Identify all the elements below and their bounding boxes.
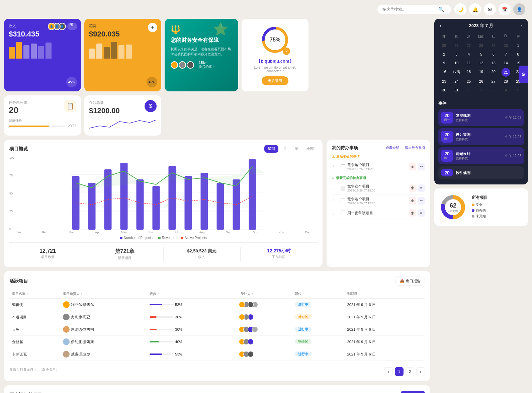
- cal-day[interactable]: 5: [475, 50, 487, 58]
- cal-day[interactable]: 29: [487, 42, 499, 50]
- mail-icon[interactable]: ✉: [484, 3, 496, 15]
- todo-edit-2[interactable]: ✏: [418, 184, 425, 192]
- cal-day[interactable]: 27: [487, 77, 499, 85]
- cal-day[interactable]: 16: [438, 68, 450, 77]
- cal-day[interactable]: 7: [500, 50, 512, 58]
- cal-day[interactable]: 2: [438, 50, 450, 58]
- calendar-grid: 苏 莫 涂 我们 社 Fr 萨 25 26 27 28 29 30 1: [434, 33, 528, 97]
- more-details-button[interactable]: 更多细节: [262, 76, 288, 85]
- cal-day[interactable]: 13: [487, 59, 499, 67]
- cal-day[interactable]: 18: [463, 68, 475, 77]
- add-expense-button[interactable]: +: [148, 23, 157, 32]
- todo-checkbox-4[interactable]: [341, 211, 345, 215]
- cal-day[interactable]: 26: [451, 42, 462, 50]
- cal-day[interactable]: 20: [487, 68, 499, 77]
- todo-delete-1[interactable]: 🗑: [409, 163, 416, 170]
- todo-checkbox-3[interactable]: [341, 199, 345, 203]
- col-name[interactable]: 项目名称 ↑: [9, 290, 60, 299]
- tab-all[interactable]: 全部: [303, 145, 317, 153]
- calendar-next-button[interactable]: ›: [521, 23, 523, 28]
- cal-day[interactable]: 12: [475, 59, 487, 67]
- page-2-button[interactable]: 2: [406, 367, 414, 376]
- drag-handle-icon[interactable]: ⋮⋮: [332, 165, 339, 168]
- stat-label-revenue: 收入: [164, 255, 240, 259]
- cal-day[interactable]: 6: [487, 50, 499, 58]
- cal-day[interactable]: 9: [438, 59, 450, 67]
- search-input[interactable]: [382, 7, 436, 12]
- todo-delete-4[interactable]: 🗑: [409, 209, 416, 217]
- cal-day[interactable]: 24: [451, 77, 462, 85]
- todo-view-all[interactable]: 查看全部: [386, 146, 399, 150]
- cal-day[interactable]: 4: [463, 50, 475, 58]
- cal-day[interactable]: 25: [463, 77, 475, 85]
- cal-day[interactable]: 1: [463, 86, 475, 94]
- next-page-button[interactable]: ›: [416, 367, 425, 376]
- manager-avatar: [63, 351, 70, 358]
- cal-day[interactable]: 3: [487, 86, 499, 94]
- tab-year[interactable]: 年: [291, 145, 302, 153]
- col-progress[interactable]: 进步 ↑: [147, 290, 238, 299]
- cal-day-today[interactable]: 21: [502, 68, 510, 77]
- cal-day[interactable]: 28: [475, 42, 487, 50]
- export-button[interactable]: 📤 出口报告: [395, 277, 425, 286]
- calendar-icon[interactable]: 📅: [499, 3, 511, 15]
- drag-handle-icon-4[interactable]: ⋮⋮: [332, 211, 339, 215]
- user-avatar[interactable]: 👤: [513, 3, 525, 15]
- tab-week[interactable]: 星期: [264, 145, 278, 153]
- todo-edit-1[interactable]: ✏: [418, 163, 425, 170]
- progress-bar: [150, 329, 173, 330]
- cal-day[interactable]: 2: [475, 86, 487, 94]
- prev-page-button[interactable]: ‹: [384, 367, 393, 376]
- cal-day[interactable]: 5: [512, 86, 524, 94]
- cal-day[interactable]: 30: [500, 42, 512, 50]
- todo-delete-2[interactable]: 🗑: [409, 184, 416, 192]
- view-all-button[interactable]: 查看全部: [401, 391, 425, 393]
- todo-checkbox-2[interactable]: [341, 186, 345, 190]
- calendar-prev-button[interactable]: ‹: [440, 23, 441, 28]
- cal-day[interactable]: 19: [475, 68, 487, 77]
- drag-handle-icon-2[interactable]: ⋮⋮: [332, 186, 339, 190]
- cal-day[interactable]: 3: [451, 50, 462, 58]
- search-box[interactable]: 🔍: [377, 5, 451, 14]
- settings-gear-button[interactable]: ⚙: [519, 66, 528, 83]
- promo-card: 🔱 ⭐ 您的财务安全有保障 长期以来的事实是，读者在查看页面布局时会被页面的可读…: [165, 19, 238, 91]
- todo-edit-3[interactable]: ✏: [418, 197, 425, 205]
- status-badge: 进行中: [295, 302, 312, 307]
- cal-day[interactable]: 10: [451, 59, 462, 67]
- stat-label-hours: 工作时间: [241, 255, 317, 259]
- drag-handle-icon-3[interactable]: ⋮⋮: [332, 199, 339, 203]
- cal-day[interactable]: 1: [512, 42, 524, 50]
- cal-day[interactable]: 31: [451, 86, 462, 94]
- cal-day[interactable]: 17号: [451, 68, 462, 77]
- svg-rect-9: [88, 183, 96, 230]
- col-tag[interactable]: 职位 ↑: [292, 290, 345, 299]
- tab-month[interactable]: 月: [280, 145, 290, 153]
- cal-day[interactable]: 25: [438, 42, 450, 50]
- event-date-box-1: 20 周一: [441, 112, 453, 124]
- cal-day[interactable]: 30: [438, 86, 450, 94]
- cal-day[interactable]: 14: [500, 59, 512, 67]
- dark-mode-toggle[interactable]: 🌙: [454, 3, 466, 15]
- cal-day[interactable]: 8: [512, 50, 524, 58]
- col-due[interactable]: 到期日 ↑: [345, 290, 425, 299]
- promo-text: 长期以来的事实是，读者在查看页面布局时会被页面的可读内容分散注意力。: [171, 47, 232, 57]
- page-1-button[interactable]: 1: [395, 367, 404, 376]
- col-assignee[interactable]: 受让人 ↑: [238, 290, 292, 299]
- todo-checkbox-1[interactable]: [341, 164, 345, 169]
- todo-edit-4[interactable]: ✏: [418, 209, 425, 217]
- legend-dot-revenue: [158, 237, 161, 239]
- cal-day[interactable]: 23: [438, 77, 450, 85]
- cal-day[interactable]: 4: [500, 86, 512, 94]
- cal-day[interactable]: 11: [463, 59, 475, 67]
- search-icon: 🔍: [438, 7, 444, 12]
- notifications-icon[interactable]: 🔔: [469, 3, 481, 15]
- promo-av-2: [179, 61, 186, 69]
- todo-delete-3[interactable]: 🗑: [409, 197, 416, 205]
- cal-day[interactable]: 28: [500, 77, 512, 85]
- progress-fill: [150, 316, 157, 318]
- todo-add[interactable]: + 添加待办事项: [402, 146, 425, 150]
- cal-day[interactable]: 27: [463, 42, 475, 50]
- col-manager[interactable]: 项目负责人 ↑: [60, 290, 147, 299]
- cal-day[interactable]: 26: [475, 77, 487, 85]
- todo-actions-3: 🗑 ✏: [409, 197, 425, 205]
